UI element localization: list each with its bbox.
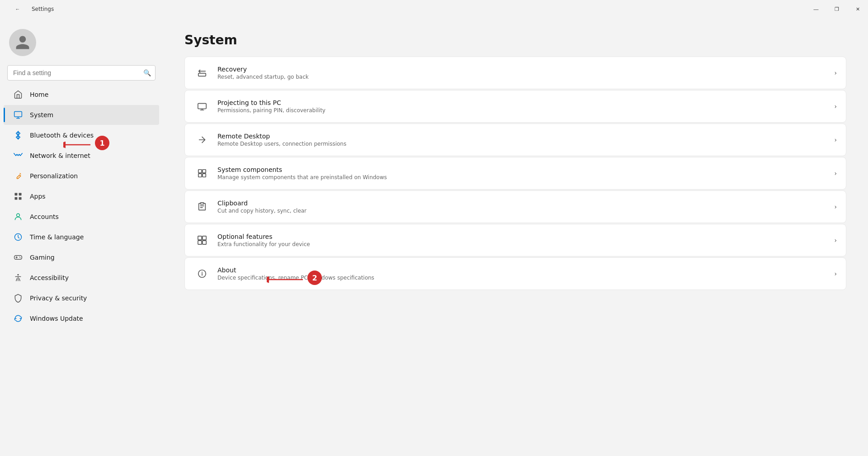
search-icon: 🔍 <box>143 69 151 76</box>
settings-item-recovery[interactable]: Recovery Reset, advanced startup, go bac… <box>184 57 846 89</box>
projecting-chevron: › <box>834 103 837 110</box>
privacy-icon <box>13 293 24 304</box>
avatar <box>9 29 36 56</box>
user-icon <box>14 34 31 51</box>
sidebar-label-bluetooth: Bluetooth & devices <box>30 132 94 139</box>
remote-desktop-chevron: › <box>834 136 837 143</box>
sidebar-item-system[interactable]: System <box>4 105 159 125</box>
windows-update-icon <box>13 313 24 324</box>
svg-rect-2 <box>19 193 22 196</box>
recovery-subtitle: Reset, advanced startup, go back <box>217 74 829 80</box>
titlebar: ← Settings — ❐ ✕ <box>0 0 868 18</box>
system-components-icon <box>194 165 210 181</box>
minimize-button[interactable]: — <box>806 0 826 18</box>
settings-item-system-components[interactable]: System components Manage system componen… <box>184 157 846 190</box>
svg-rect-7 <box>14 256 22 259</box>
sidebar-item-apps[interactable]: Apps <box>4 186 159 206</box>
titlebar-title: Settings <box>32 6 54 12</box>
sidebar-item-personalization[interactable]: Personalization <box>4 166 159 186</box>
about-chevron: › <box>834 270 837 277</box>
system-icon <box>13 109 24 120</box>
optional-features-title: Optional features <box>217 233 829 240</box>
projecting-icon <box>194 98 210 114</box>
sidebar-label-personalization: Personalization <box>30 172 78 180</box>
sidebar-label-accessibility: Accessibility <box>30 274 69 281</box>
clipboard-title: Clipboard <box>217 200 829 207</box>
svg-rect-12 <box>198 104 206 109</box>
sidebar-label-gaming: Gaming <box>30 254 55 261</box>
settings-item-optional-features[interactable]: Optional features Extra functionality fo… <box>184 224 846 256</box>
window-controls: — ❐ ✕ <box>806 0 868 18</box>
accessibility-icon <box>13 272 24 283</box>
settings-item-about[interactable]: About Device specifications, rename PC, … <box>184 257 846 290</box>
projecting-text: Projecting to this PC Permissions, pairi… <box>217 99 829 114</box>
sidebar-label-apps: Apps <box>30 193 46 200</box>
time-icon <box>13 232 24 242</box>
system-components-chevron: › <box>834 170 837 177</box>
optional-features-text: Optional features Extra functionality fo… <box>217 233 829 247</box>
apps-icon <box>13 191 24 202</box>
nav-container: Home System Bluetooth & devices Network … <box>0 84 163 329</box>
settings-item-clipboard[interactable]: Clipboard Cut and copy history, sync, cl… <box>184 190 846 223</box>
system-components-text: System components Manage system componen… <box>217 166 829 180</box>
sidebar-label-accounts: Accounts <box>30 213 59 220</box>
svg-rect-21 <box>203 241 206 244</box>
sidebar-label-network: Network & internet <box>30 152 90 159</box>
svg-rect-19 <box>203 236 206 240</box>
search-input[interactable] <box>7 65 156 81</box>
system-components-subtitle: Manage system components that are preins… <box>217 174 829 180</box>
accounts-icon <box>13 211 24 222</box>
sidebar-item-windows-update[interactable]: Windows Update <box>4 309 159 328</box>
sidebar-label-time: Time & language <box>30 233 84 241</box>
svg-rect-14 <box>203 170 206 173</box>
svg-rect-11 <box>198 73 206 76</box>
sidebar-item-time[interactable]: Time & language <box>4 227 159 247</box>
settings-list: Recovery Reset, advanced startup, go bac… <box>184 57 846 290</box>
recovery-icon <box>194 65 210 81</box>
optional-features-subtitle: Extra functionality for your device <box>217 241 829 247</box>
svg-point-8 <box>19 256 20 257</box>
svg-point-10 <box>17 274 19 276</box>
sidebar-item-gaming[interactable]: Gaming <box>4 247 159 267</box>
recovery-title: Recovery <box>217 66 829 73</box>
maximize-button[interactable]: ❐ <box>826 0 847 18</box>
sidebar-label-system: System <box>30 111 53 119</box>
bluetooth-icon <box>13 130 24 141</box>
gaming-icon <box>13 252 24 263</box>
sidebar-item-accounts[interactable]: Accounts <box>4 207 159 227</box>
remote-desktop-subtitle: Remote Desktop users, connection permiss… <box>217 141 829 147</box>
svg-point-9 <box>20 257 21 258</box>
close-button[interactable]: ✕ <box>847 0 868 18</box>
remote-desktop-title: Remote Desktop <box>217 133 829 140</box>
svg-rect-1 <box>15 193 18 196</box>
sidebar-item-privacy[interactable]: Privacy & security <box>4 288 159 308</box>
projecting-title: Projecting to this PC <box>217 99 829 106</box>
settings-item-remote-desktop[interactable]: Remote Desktop Remote Desktop users, con… <box>184 124 846 156</box>
svg-rect-15 <box>198 174 202 177</box>
back-button[interactable]: ← <box>7 0 28 18</box>
page-title: System <box>184 33 846 48</box>
home-icon <box>13 89 24 100</box>
sidebar-item-bluetooth[interactable]: Bluetooth & devices <box>4 125 159 145</box>
system-components-title: System components <box>217 166 829 173</box>
sidebar-item-home[interactable]: Home <box>4 85 159 104</box>
svg-rect-0 <box>14 112 22 117</box>
remote-desktop-icon <box>194 132 210 148</box>
about-text: About Device specifications, rename PC, … <box>217 266 829 281</box>
about-subtitle: Device specifications, rename PC, Window… <box>217 275 829 281</box>
settings-item-projecting[interactable]: Projecting to this PC Permissions, pairi… <box>184 90 846 123</box>
projecting-subtitle: Permissions, pairing PIN, discoverabilit… <box>217 107 829 114</box>
recovery-text: Recovery Reset, advanced startup, go bac… <box>217 66 829 80</box>
sidebar-item-accessibility[interactable]: Accessibility <box>4 268 159 288</box>
network-icon <box>13 150 24 161</box>
app-wrapper: 🔍 Home System Bluetooth & devices Networ… <box>0 18 868 456</box>
sidebar-item-network[interactable]: Network & internet <box>4 146 159 166</box>
svg-rect-4 <box>19 197 22 200</box>
clipboard-chevron: › <box>834 203 837 210</box>
search-box[interactable]: 🔍 <box>7 65 156 81</box>
about-icon <box>194 266 210 282</box>
main-content: System Recovery Reset, advanced startup,… <box>163 18 868 456</box>
recovery-chevron: › <box>834 69 837 76</box>
about-title: About <box>217 266 829 274</box>
svg-rect-17 <box>200 203 203 204</box>
